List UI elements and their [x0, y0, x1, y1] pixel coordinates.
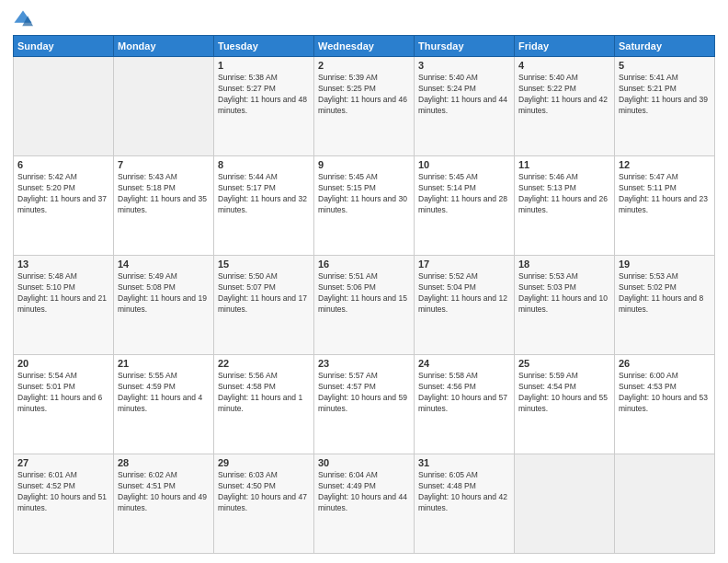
- calendar-cell: 11Sunrise: 5:46 AMSunset: 5:13 PMDayligh…: [515, 156, 615, 256]
- calendar-cell: 16Sunrise: 5:51 AMSunset: 5:06 PMDayligh…: [314, 256, 415, 355]
- day-info: Sunrise: 5:40 AMSunset: 5:24 PMDaylight:…: [418, 73, 510, 117]
- calendar-cell: [114, 57, 214, 156]
- calendar-cell: [615, 454, 715, 554]
- day-info: Sunrise: 5:45 AMSunset: 5:14 PMDaylight:…: [418, 172, 510, 216]
- day-info: Sunrise: 6:03 AMSunset: 4:50 PMDaylight:…: [218, 470, 310, 514]
- calendar-cell: 28Sunrise: 6:02 AMSunset: 4:51 PMDayligh…: [114, 454, 214, 554]
- day-number: 4: [518, 60, 610, 71]
- calendar-week-1: 1Sunrise: 5:38 AMSunset: 5:27 PMDaylight…: [14, 57, 715, 156]
- day-info: Sunrise: 5:45 AMSunset: 5:15 PMDaylight:…: [318, 172, 410, 216]
- day-info: Sunrise: 5:49 AMSunset: 5:08 PMDaylight:…: [118, 271, 210, 316]
- page: SundayMondayTuesdayWednesdayThursdayFrid…: [0, 0, 728, 563]
- calendar-cell: [14, 57, 114, 156]
- day-info: Sunrise: 5:56 AMSunset: 4:58 PMDaylight:…: [218, 371, 310, 415]
- day-info: Sunrise: 5:46 AMSunset: 5:13 PMDaylight:…: [518, 172, 610, 216]
- day-info: Sunrise: 6:00 AMSunset: 4:53 PMDaylight:…: [619, 371, 711, 415]
- calendar-header: SundayMondayTuesdayWednesdayThursdayFrid…: [14, 36, 715, 57]
- calendar-cell: 29Sunrise: 6:03 AMSunset: 4:50 PMDayligh…: [214, 454, 314, 554]
- calendar-cell: 21Sunrise: 5:55 AMSunset: 4:59 PMDayligh…: [114, 355, 214, 454]
- calendar-cell: 22Sunrise: 5:56 AMSunset: 4:58 PMDayligh…: [214, 355, 314, 454]
- calendar-week-4: 20Sunrise: 5:54 AMSunset: 5:01 PMDayligh…: [14, 355, 715, 454]
- day-info: Sunrise: 5:58 AMSunset: 4:56 PMDaylight:…: [418, 371, 510, 415]
- day-number: 16: [318, 259, 410, 270]
- day-number: 6: [17, 159, 109, 170]
- day-info: Sunrise: 5:50 AMSunset: 5:07 PMDaylight:…: [218, 271, 310, 316]
- day-number: 18: [518, 259, 610, 270]
- weekday-header-friday: Friday: [515, 36, 615, 57]
- day-info: Sunrise: 5:52 AMSunset: 5:04 PMDaylight:…: [418, 271, 510, 316]
- day-number: 14: [118, 259, 210, 270]
- day-info: Sunrise: 5:48 AMSunset: 5:10 PMDaylight:…: [17, 271, 109, 316]
- calendar-cell: 1Sunrise: 5:38 AMSunset: 5:27 PMDaylight…: [214, 57, 314, 156]
- day-number: 13: [17, 259, 109, 270]
- calendar-week-3: 13Sunrise: 5:48 AMSunset: 5:10 PMDayligh…: [14, 256, 715, 355]
- calendar-cell: 17Sunrise: 5:52 AMSunset: 5:04 PMDayligh…: [415, 256, 515, 355]
- calendar-cell: 23Sunrise: 5:57 AMSunset: 4:57 PMDayligh…: [314, 355, 415, 454]
- calendar-cell: 5Sunrise: 5:41 AMSunset: 5:21 PMDaylight…: [615, 57, 715, 156]
- weekday-header-saturday: Saturday: [615, 36, 715, 57]
- day-number: 26: [619, 358, 711, 369]
- calendar-cell: 26Sunrise: 6:00 AMSunset: 4:53 PMDayligh…: [615, 355, 715, 454]
- day-info: Sunrise: 5:54 AMSunset: 5:01 PMDaylight:…: [17, 371, 109, 415]
- calendar-cell: 13Sunrise: 5:48 AMSunset: 5:10 PMDayligh…: [14, 256, 114, 355]
- calendar-cell: 7Sunrise: 5:43 AMSunset: 5:18 PMDaylight…: [114, 156, 214, 256]
- calendar-cell: 10Sunrise: 5:45 AMSunset: 5:14 PMDayligh…: [415, 156, 515, 256]
- day-info: Sunrise: 5:39 AMSunset: 5:25 PMDaylight:…: [318, 73, 410, 117]
- calendar-cell: 9Sunrise: 5:45 AMSunset: 5:15 PMDaylight…: [314, 156, 415, 256]
- day-info: Sunrise: 5:42 AMSunset: 5:20 PMDaylight:…: [17, 172, 109, 216]
- calendar-cell: 18Sunrise: 5:53 AMSunset: 5:03 PMDayligh…: [515, 256, 615, 355]
- calendar-week-2: 6Sunrise: 5:42 AMSunset: 5:20 PMDaylight…: [14, 156, 715, 256]
- day-info: Sunrise: 5:51 AMSunset: 5:06 PMDaylight:…: [318, 271, 410, 316]
- day-info: Sunrise: 5:59 AMSunset: 4:54 PMDaylight:…: [518, 371, 610, 415]
- day-number: 12: [619, 159, 711, 170]
- weekday-header-tuesday: Tuesday: [214, 36, 314, 57]
- day-info: Sunrise: 6:05 AMSunset: 4:48 PMDaylight:…: [418, 470, 510, 514]
- calendar-cell: 6Sunrise: 5:42 AMSunset: 5:20 PMDaylight…: [14, 156, 114, 256]
- day-info: Sunrise: 5:53 AMSunset: 5:02 PMDaylight:…: [619, 271, 711, 316]
- calendar-cell: 19Sunrise: 5:53 AMSunset: 5:02 PMDayligh…: [615, 256, 715, 355]
- calendar-cell: 3Sunrise: 5:40 AMSunset: 5:24 PMDaylight…: [415, 57, 515, 156]
- day-number: 21: [118, 358, 210, 369]
- day-number: 10: [418, 159, 510, 170]
- weekday-header-monday: Monday: [114, 36, 214, 57]
- calendar-cell: [515, 454, 615, 554]
- day-number: 27: [17, 457, 109, 468]
- day-number: 29: [218, 457, 310, 468]
- day-number: 15: [218, 259, 310, 270]
- day-info: Sunrise: 5:47 AMSunset: 5:11 PMDaylight:…: [619, 172, 711, 216]
- calendar-cell: 24Sunrise: 5:58 AMSunset: 4:56 PMDayligh…: [415, 355, 515, 454]
- weekday-header-wednesday: Wednesday: [314, 36, 415, 57]
- weekday-header-thursday: Thursday: [415, 36, 515, 57]
- calendar-cell: 25Sunrise: 5:59 AMSunset: 4:54 PMDayligh…: [515, 355, 615, 454]
- day-number: 3: [418, 60, 510, 71]
- day-info: Sunrise: 5:41 AMSunset: 5:21 PMDaylight:…: [619, 73, 711, 117]
- calendar-cell: 20Sunrise: 5:54 AMSunset: 5:01 PMDayligh…: [14, 355, 114, 454]
- header: [13, 9, 715, 29]
- weekday-row: SundayMondayTuesdayWednesdayThursdayFrid…: [14, 36, 715, 57]
- day-number: 17: [418, 259, 510, 270]
- day-info: Sunrise: 5:55 AMSunset: 4:59 PMDaylight:…: [118, 371, 210, 415]
- day-info: Sunrise: 5:43 AMSunset: 5:18 PMDaylight:…: [118, 172, 210, 216]
- day-info: Sunrise: 5:57 AMSunset: 4:57 PMDaylight:…: [318, 371, 410, 415]
- day-info: Sunrise: 6:01 AMSunset: 4:52 PMDaylight:…: [17, 470, 109, 514]
- day-info: Sunrise: 5:44 AMSunset: 5:17 PMDaylight:…: [218, 172, 310, 216]
- calendar-cell: 14Sunrise: 5:49 AMSunset: 5:08 PMDayligh…: [114, 256, 214, 355]
- calendar-cell: 12Sunrise: 5:47 AMSunset: 5:11 PMDayligh…: [615, 156, 715, 256]
- day-number: 8: [218, 159, 310, 170]
- calendar-cell: 15Sunrise: 5:50 AMSunset: 5:07 PMDayligh…: [214, 256, 314, 355]
- calendar-week-5: 27Sunrise: 6:01 AMSunset: 4:52 PMDayligh…: [14, 454, 715, 554]
- logo-icon: [13, 9, 33, 29]
- weekday-header-sunday: Sunday: [14, 36, 114, 57]
- calendar-cell: 27Sunrise: 6:01 AMSunset: 4:52 PMDayligh…: [14, 454, 114, 554]
- calendar-table: SundayMondayTuesdayWednesdayThursdayFrid…: [13, 35, 715, 554]
- calendar-cell: 4Sunrise: 5:40 AMSunset: 5:22 PMDaylight…: [515, 57, 615, 156]
- day-number: 23: [318, 358, 410, 369]
- day-number: 11: [518, 159, 610, 170]
- day-number: 1: [218, 60, 310, 71]
- day-number: 28: [118, 457, 210, 468]
- day-number: 9: [318, 159, 410, 170]
- calendar-cell: 30Sunrise: 6:04 AMSunset: 4:49 PMDayligh…: [314, 454, 415, 554]
- day-number: 5: [619, 60, 711, 71]
- calendar-body: 1Sunrise: 5:38 AMSunset: 5:27 PMDaylight…: [14, 57, 715, 554]
- day-info: Sunrise: 5:40 AMSunset: 5:22 PMDaylight:…: [518, 73, 610, 117]
